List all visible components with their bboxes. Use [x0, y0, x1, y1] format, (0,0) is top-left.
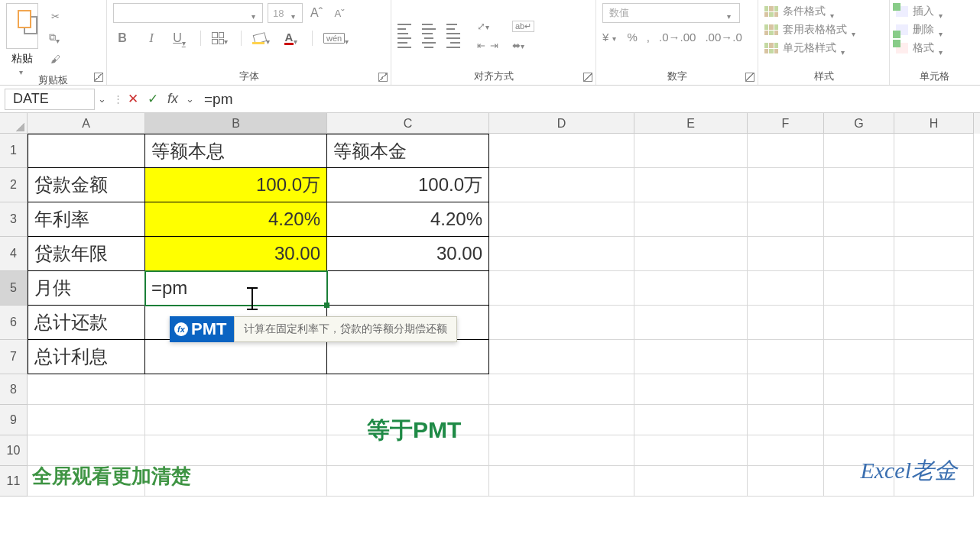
cell-G9[interactable]	[824, 405, 894, 435]
cell-F6[interactable]	[748, 306, 824, 340]
row-header-3[interactable]: 3	[0, 202, 28, 237]
align-center-icon[interactable]	[422, 37, 436, 48]
cell-E1[interactable]	[634, 134, 748, 168]
cell-B10[interactable]	[145, 435, 327, 466]
number-format-selector[interactable]: 数值	[602, 3, 740, 23]
cell-G5[interactable]	[824, 271, 894, 306]
wrap-text-button[interactable]: ab↵	[512, 21, 534, 32]
formula-input[interactable]: =pm	[196, 91, 980, 108]
cell-B7[interactable]	[145, 340, 327, 374]
row-header-6[interactable]: 6	[0, 306, 28, 340]
number-launcher[interactable]	[745, 73, 754, 82]
underline-button[interactable]: U	[171, 29, 190, 47]
cell-C5[interactable]	[327, 271, 489, 306]
cell-A10[interactable]	[28, 435, 145, 466]
increase-font-icon[interactable]: Aˆ	[307, 4, 326, 22]
cell-B5-active[interactable]: =pm	[145, 271, 327, 306]
cell-F1[interactable]	[748, 134, 824, 168]
cell-G7[interactable]	[824, 340, 894, 374]
cell-H6[interactable]	[894, 306, 974, 340]
cell-E2[interactable]	[634, 168, 748, 202]
cell-B9[interactable]	[145, 405, 327, 435]
cancel-formula-button[interactable]: ✕	[123, 91, 143, 107]
row-header-2[interactable]: 2	[0, 168, 28, 202]
cell-D7[interactable]	[489, 340, 634, 374]
cell-B2[interactable]: 100.0万	[145, 168, 327, 202]
cell-A8[interactable]	[28, 374, 145, 405]
cell-D4[interactable]	[489, 237, 634, 271]
cell-E3[interactable]	[634, 202, 748, 237]
col-header-E[interactable]: E	[634, 113, 748, 134]
cell-D2[interactable]	[489, 168, 634, 202]
cell-G6[interactable]	[824, 306, 894, 340]
cell-C8[interactable]	[327, 374, 489, 405]
col-header-A[interactable]: A	[28, 113, 145, 134]
format-as-table-button[interactable]: 套用表格格式	[764, 21, 858, 38]
borders-button[interactable]	[212, 29, 230, 47]
format-painter-icon[interactable]: 🖌	[46, 50, 64, 68]
cut-icon[interactable]: ✂	[46, 7, 64, 25]
cell-H5[interactable]	[894, 271, 974, 306]
font-size-selector[interactable]: 18	[268, 3, 303, 23]
cell-F9[interactable]	[748, 405, 824, 435]
cell-H9[interactable]	[894, 405, 974, 435]
font-family-selector[interactable]	[113, 3, 263, 23]
name-box[interactable]: DATE	[5, 89, 95, 110]
conditional-formatting-button[interactable]: 条件格式	[764, 3, 836, 20]
cell-B8[interactable]	[145, 374, 327, 405]
cell-H3[interactable]	[894, 202, 974, 237]
font-color-button[interactable]: A	[283, 29, 301, 47]
row-header-5[interactable]: 5	[0, 271, 28, 306]
cell-H2[interactable]	[894, 168, 974, 202]
cell-A4[interactable]: 贷款年限	[28, 237, 145, 271]
italic-button[interactable]: I	[142, 29, 161, 47]
bold-button[interactable]: B	[113, 29, 131, 47]
cell-H1[interactable]	[894, 134, 974, 168]
row-header-9[interactable]: 9	[0, 405, 28, 435]
cell-C11[interactable]	[327, 466, 489, 497]
paste-dropdown[interactable]	[19, 66, 25, 72]
align-bottom-icon[interactable]	[446, 24, 460, 34]
col-header-H[interactable]: H	[894, 113, 974, 134]
cell-G3[interactable]	[824, 202, 894, 237]
format-cells-button[interactable]: 格式	[896, 40, 945, 57]
cell-E8[interactable]	[634, 374, 748, 405]
cell-G2[interactable]	[824, 168, 894, 202]
row-header-8[interactable]: 8	[0, 374, 28, 405]
fx-dropdown[interactable]: ⌄	[183, 93, 196, 105]
font-launcher[interactable]	[378, 73, 388, 82]
cell-D6[interactable]	[489, 306, 634, 340]
cell-F3[interactable]	[748, 202, 824, 237]
cell-D11[interactable]	[489, 466, 634, 497]
row-header-7[interactable]: 7	[0, 340, 28, 374]
cell-A1[interactable]	[28, 134, 145, 168]
cell-E5[interactable]	[634, 271, 748, 306]
cell-H7[interactable]	[894, 340, 974, 374]
delete-cells-button[interactable]: 删除	[896, 21, 945, 38]
select-all-corner[interactable]	[0, 113, 28, 134]
cell-B4[interactable]: 30.00	[145, 237, 327, 271]
cell-H8[interactable]	[894, 374, 974, 405]
align-top-icon[interactable]	[398, 24, 411, 34]
paste-icon[interactable]	[6, 3, 38, 49]
cell-styles-button[interactable]: 单元格样式	[764, 40, 847, 57]
cell-C2[interactable]: 100.0万	[327, 168, 489, 202]
cell-F2[interactable]	[748, 168, 824, 202]
row-header-10[interactable]: 10	[0, 435, 28, 466]
insert-function-button[interactable]: fx	[163, 91, 183, 107]
cell-F5[interactable]	[748, 271, 824, 306]
cell-A5[interactable]: 月供	[28, 271, 145, 306]
indent-decrease-icon[interactable]: ⇤	[477, 40, 485, 51]
col-header-C[interactable]: C	[327, 113, 489, 134]
col-header-G[interactable]: G	[824, 113, 894, 134]
cell-D1[interactable]	[489, 134, 634, 168]
cell-D9[interactable]	[489, 405, 634, 435]
cell-E7[interactable]	[634, 340, 748, 374]
phonetic-button[interactable]: wén	[323, 29, 351, 47]
cell-H4[interactable]	[894, 237, 974, 271]
cell-F10[interactable]	[748, 435, 824, 466]
cell-D10[interactable]	[489, 435, 634, 466]
cell-A3[interactable]: 年利率	[28, 202, 145, 237]
cell-C4[interactable]: 30.00	[327, 237, 489, 271]
cell-D5[interactable]	[489, 271, 634, 306]
